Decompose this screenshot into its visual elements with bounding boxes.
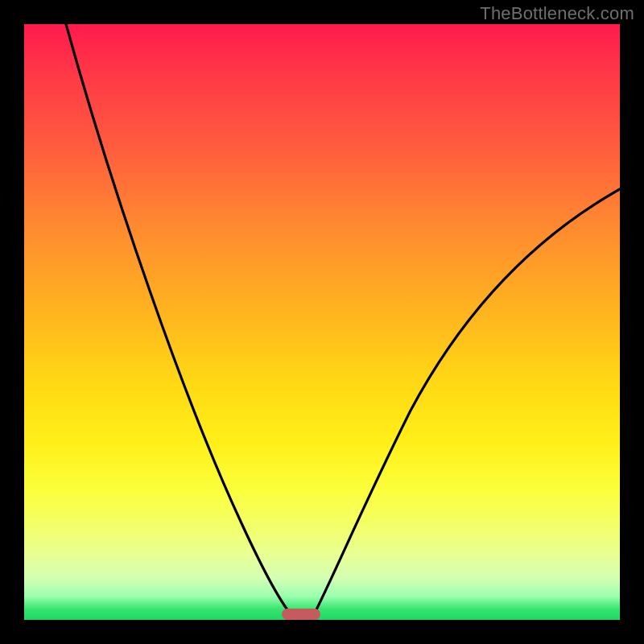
right-branch-curve <box>312 189 620 617</box>
optimal-marker <box>282 609 320 620</box>
left-branch-curve <box>66 24 294 617</box>
chart-frame: TheBottleneck.com <box>0 0 644 644</box>
curve-layer <box>24 24 620 620</box>
watermark-text: TheBottleneck.com <box>480 3 634 24</box>
gradient-plot-area <box>24 24 620 620</box>
